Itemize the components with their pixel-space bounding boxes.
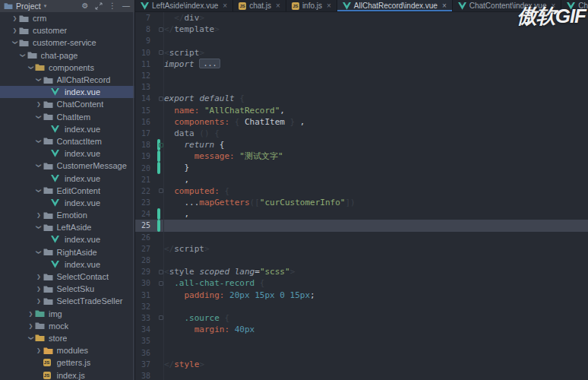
- code-line[interactable]: 29<style scoped lang="scss">: [135, 266, 588, 277]
- editor-gutter[interactable]: 36: [135, 347, 164, 358]
- tree-item[interactable]: JSgetters.js: [0, 356, 135, 369]
- editor-gutter[interactable]: 32: [135, 301, 164, 312]
- panel-divider[interactable]: [134, 0, 135, 380]
- project-selector[interactable]: Project ▾: [4, 2, 46, 11]
- code-line[interactable]: 36: [135, 347, 588, 358]
- tree-item[interactable]: ❯CustomerMessage: [0, 160, 135, 172]
- tree-item[interactable]: ❯store: [0, 332, 135, 344]
- editor-gutter[interactable]: 8: [135, 24, 164, 35]
- editor-tab[interactable]: JSchat.js×: [233, 0, 286, 11]
- close-icon[interactable]: ×: [223, 2, 227, 10]
- editor-gutter[interactable]: 31: [135, 290, 164, 301]
- tree-item[interactable]: JSindex.js: [0, 369, 135, 380]
- editor-gutter[interactable]: 12: [135, 70, 164, 81]
- code-line[interactable]: 12: [135, 70, 588, 81]
- chevron-expanded-icon[interactable]: ❯: [35, 163, 43, 169]
- editor-tab[interactable]: ChatItem\index.vue×: [561, 0, 588, 11]
- editor-gutter[interactable]: 29: [135, 266, 164, 277]
- code-line[interactable]: 35: [135, 335, 588, 347]
- editor-tab[interactable]: LeftAside\index.vue×: [135, 0, 233, 11]
- chevron-expanded-icon[interactable]: ❯: [35, 138, 43, 144]
- chevron-collapsed-icon[interactable]: ❯: [11, 15, 19, 21]
- hide-panel-icon[interactable]: —: [121, 1, 131, 11]
- editor-gutter[interactable]: 14: [135, 93, 164, 104]
- close-icon[interactable]: ×: [327, 2, 331, 10]
- tree-item[interactable]: index.vue: [0, 233, 135, 245]
- chevron-expanded-icon[interactable]: ❯: [19, 52, 27, 59]
- code-line[interactable]: 30 .all-chat-record {: [135, 277, 588, 289]
- code-line[interactable]: 17 data () {: [135, 128, 588, 139]
- tree-item[interactable]: index.vue: [0, 147, 135, 160]
- editor-tab[interactable]: JSinfo.js×: [286, 0, 337, 11]
- code-line[interactable]: 16 components: { ChatItem } ,: [135, 116, 588, 128]
- code-line[interactable]: 38: [135, 370, 588, 380]
- chevron-expanded-icon[interactable]: ❯: [27, 335, 35, 341]
- tree-item[interactable]: index.vue: [0, 123, 135, 135]
- editor-gutter[interactable]: 26: [135, 232, 164, 243]
- code-line[interactable]: 20 }: [135, 162, 588, 173]
- tree-item[interactable]: ❯chat-page: [0, 49, 135, 62]
- chevron-collapsed-icon[interactable]: ❯: [11, 27, 19, 33]
- tree-item[interactable]: ❯Emotion: [0, 209, 135, 221]
- code-line[interactable]: 34 margin: 40px: [135, 324, 588, 335]
- code-line[interactable]: 8</template>: [135, 24, 588, 35]
- editor-gutter[interactable]: 15: [135, 105, 164, 116]
- tree-item[interactable]: index.vue: [0, 86, 135, 98]
- tree-item[interactable]: ❯ChatContent: [0, 98, 135, 110]
- editor-gutter[interactable]: 22: [135, 185, 164, 197]
- code-line[interactable]: 10<script>: [135, 47, 588, 59]
- editor-tab[interactable]: AllChatRecord\index.vue×: [337, 0, 453, 11]
- close-icon[interactable]: ×: [442, 2, 447, 10]
- code-line[interactable]: 27</script>: [135, 243, 588, 255]
- editor-gutter[interactable]: 17: [135, 128, 164, 139]
- chevron-expanded-icon[interactable]: ❯: [11, 40, 19, 46]
- editor-gutter[interactable]: 11: [135, 59, 164, 70]
- chevron-collapsed-icon[interactable]: ❯: [35, 101, 43, 107]
- gear-icon[interactable]: ⚙: [80, 1, 90, 11]
- code-line[interactable]: 21 ,: [135, 174, 588, 185]
- chevron-collapsed-icon[interactable]: ❯: [35, 347, 43, 353]
- editor-gutter[interactable]: 24: [135, 208, 164, 220]
- editor-gutter[interactable]: 23: [135, 197, 164, 208]
- chevron-collapsed-icon[interactable]: ❯: [35, 286, 43, 292]
- tree-item[interactable]: ❯SelectContact: [0, 271, 135, 283]
- chevron-expanded-icon[interactable]: ❯: [35, 188, 43, 194]
- chevron-collapsed-icon[interactable]: ❯: [35, 212, 43, 218]
- tree-item[interactable]: ❯customer-service: [0, 36, 135, 49]
- tree-item[interactable]: ❯crm: [0, 12, 135, 24]
- editor-gutter[interactable]: 18: [135, 139, 164, 150]
- folded-region[interactable]: ...: [199, 59, 220, 68]
- tree-item[interactable]: ❯components: [0, 62, 135, 74]
- more-options-icon[interactable]: ⋮: [107, 1, 118, 11]
- tree-item[interactable]: ❯AllChatRecord: [0, 74, 135, 86]
- chevron-collapsed-icon[interactable]: ❯: [27, 323, 35, 329]
- code-line[interactable]: 23 ...mapGetters(["curCustomerInfo"]): [135, 197, 588, 208]
- tree-item[interactable]: ❯customer: [0, 24, 135, 36]
- code-line[interactable]: 24 ,: [135, 208, 588, 220]
- code-line[interactable]: 14export default {: [135, 93, 588, 104]
- code-line[interactable]: 9: [135, 35, 588, 46]
- chevron-collapsed-icon[interactable]: ❯: [27, 311, 35, 317]
- tree-item[interactable]: ❯RightAside: [0, 246, 135, 258]
- fold-marker[interactable]: [159, 315, 163, 320]
- editor-gutter[interactable]: 9: [135, 35, 164, 46]
- fold-marker[interactable]: [159, 143, 163, 147]
- code-line[interactable]: 31 padding: 20px 15px 0 15px;: [135, 290, 588, 301]
- code-line[interactable]: 11import ...: [135, 59, 588, 70]
- code-line[interactable]: 7 </div>: [135, 12, 588, 24]
- close-icon[interactable]: ×: [276, 2, 280, 10]
- editor-gutter[interactable]: 35: [135, 335, 164, 347]
- tree-item[interactable]: ❯ChatItem: [0, 111, 135, 123]
- editor-gutter[interactable]: 20: [135, 162, 164, 173]
- editor-gutter[interactable]: 13: [135, 81, 164, 93]
- code-line[interactable]: 15 name: "AllChatRecord",: [135, 105, 588, 116]
- fold-marker[interactable]: [159, 50, 163, 55]
- editor-gutter[interactable]: 21: [135, 174, 164, 185]
- editor-gutter[interactable]: 28: [135, 255, 164, 266]
- fold-marker[interactable]: [159, 188, 163, 193]
- chevron-collapsed-icon[interactable]: ❯: [35, 274, 43, 280]
- chevron-expanded-icon[interactable]: ❯: [35, 77, 43, 83]
- editor-gutter[interactable]: 7: [135, 12, 164, 24]
- code-line[interactable]: 22 computed: {: [135, 185, 588, 197]
- chevron-collapsed-icon[interactable]: ❯: [35, 298, 43, 304]
